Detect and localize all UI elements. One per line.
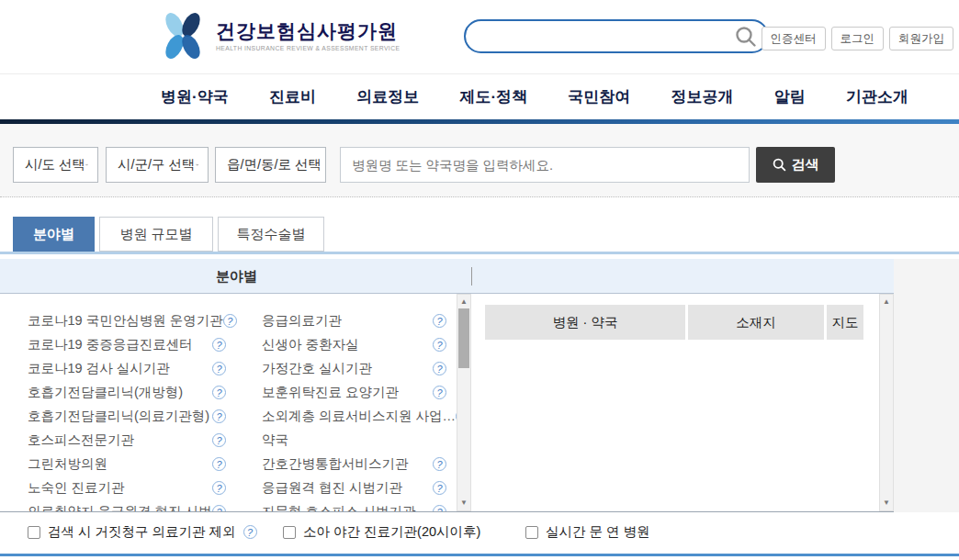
- search-icon: [773, 158, 786, 172]
- category-item[interactable]: 호스피스전문기관 ?: [28, 428, 226, 452]
- help-icon[interactable]: ?: [212, 433, 226, 447]
- col-location: 소재지: [688, 305, 824, 340]
- checkbox[interactable]: [283, 526, 296, 539]
- category-item[interactable]: 소외계층 의료서비스지원 사업… ?: [262, 404, 446, 428]
- panel-divider: [471, 267, 472, 286]
- checkbox[interactable]: [28, 526, 40, 539]
- sigungu-select[interactable]: 시/군/구 선택: [106, 147, 209, 183]
- main-nav: 병원·약국 진료비 의료정보 제도·정책 국민참여 정보공개 알림 기관소개: [0, 74, 959, 119]
- nav-public-participation[interactable]: 국민참여: [568, 86, 630, 107]
- logo-subtitle: HEALTH INSURANCE REVIEW & ASSESSMENT SER…: [216, 45, 400, 51]
- category-item[interactable]: 응급원격 협진 시범기관 ?: [262, 476, 446, 499]
- sido-select-value: 시/도 선택: [25, 156, 85, 174]
- tab-underline: [0, 252, 959, 254]
- nav-info-disclosure[interactable]: 정보공개: [671, 86, 734, 107]
- help-icon[interactable]: ?: [223, 314, 237, 328]
- nav-hospital-pharmacy[interactable]: 병원·약국: [161, 86, 229, 107]
- panel-header-band: 분야별: [0, 259, 894, 294]
- nav-medical-fees[interactable]: 진료비: [269, 86, 316, 107]
- results-table-header: 병원 · 약국 소재지 지도: [485, 305, 863, 340]
- category-item[interactable]: 자문형 호스피스 시범기관 ?: [262, 499, 446, 512]
- global-search: [464, 19, 769, 53]
- results-scrollbar[interactable]: ▲ ▼: [879, 294, 894, 511]
- category-column-2: 응급의료기관 ? 신생아 중환자실 ? 가정간호 실시기관 ? 보훈위탁진료 요…: [262, 308, 446, 512]
- tab-by-hospital-size[interactable]: 병원 규모별: [99, 217, 213, 252]
- category-item[interactable]: 노숙인 진료기관 ?: [28, 476, 226, 499]
- scroll-up-icon[interactable]: ▲: [880, 296, 893, 308]
- checkbox[interactable]: [525, 526, 538, 539]
- header: 건강보험심사평가원 HEALTH INSURANCE REVIEW & ASSE…: [0, 0, 959, 74]
- help-icon[interactable]: ?: [212, 362, 226, 375]
- tab-label: 특정수술별: [237, 226, 306, 243]
- help-icon[interactable]: ?: [212, 457, 226, 471]
- signup-button[interactable]: 회원가입: [889, 27, 953, 50]
- tab-by-field[interactable]: 분야별: [13, 217, 95, 252]
- nav-medical-info[interactable]: 의료정보: [356, 86, 419, 107]
- category-item[interactable]: 호흡기전담클리닉(개방형) ?: [28, 380, 226, 404]
- category-item[interactable]: 보훈위탁진료 요양기관 ?: [262, 380, 446, 404]
- category-item[interactable]: 신생아 중환자실 ?: [262, 332, 446, 356]
- help-icon[interactable]: ?: [433, 505, 446, 513]
- help-icon[interactable]: ?: [212, 338, 226, 352]
- help-icon[interactable]: ?: [433, 362, 446, 375]
- search-filter-bar: 시/도 선택 시/군/구 선택 읍/면/동/로 선택 검색: [0, 124, 959, 197]
- chevron-down-icon: [85, 162, 88, 168]
- category-item[interactable]: 코로나19 검사 실시기관 ?: [28, 356, 226, 380]
- help-icon[interactable]: ?: [433, 338, 446, 352]
- category-item[interactable]: 코로나19 국민안심병원 운영기관 ?: [28, 308, 226, 332]
- panel-body: 코로나19 국민안심병원 운영기관 ? 코로나19 중증응급진료센터 ? 코로나…: [0, 294, 894, 512]
- category-item[interactable]: 호흡기전담클리닉(의료기관형) ?: [28, 404, 226, 428]
- scroll-down-icon[interactable]: ▼: [457, 497, 470, 510]
- option-pediatric-night-care[interactable]: 소아 야간 진료기관(20시이후): [283, 523, 480, 541]
- sido-select[interactable]: 시/도 선택: [13, 147, 98, 183]
- footer-divider: [0, 554, 959, 556]
- search-mode-tabs: 분야별 병원 규모별 특정수술별: [13, 217, 324, 252]
- utility-links: 인증센터 로그인 회원가입: [762, 27, 954, 50]
- help-icon[interactable]: ?: [433, 314, 446, 328]
- hira-hospital-search-page: 건강보험심사평가원 HEALTH INSURANCE REVIEW & ASSE…: [0, 0, 959, 560]
- help-icon[interactable]: ?: [243, 525, 257, 539]
- panel-title: 분야별: [0, 259, 473, 293]
- help-icon[interactable]: ?: [433, 457, 446, 471]
- nav-about[interactable]: 기관소개: [846, 86, 908, 107]
- help-icon[interactable]: ?: [212, 386, 226, 399]
- right-gutter: [894, 259, 959, 512]
- scrollbar-thumb[interactable]: [458, 308, 469, 368]
- global-search-input[interactable]: [480, 23, 723, 51]
- scroll-up-icon[interactable]: ▲: [457, 296, 470, 308]
- help-icon[interactable]: ?: [212, 481, 226, 495]
- logo-text: 건강보험심사평가원 HEALTH INSURANCE REVIEW & ASSE…: [216, 20, 400, 51]
- help-icon[interactable]: ?: [212, 505, 226, 513]
- category-list-scrollbar[interactable]: ▲ ▼: [457, 294, 471, 511]
- dong-select-value: 읍/면/동/로 선택: [227, 156, 322, 174]
- search-icon[interactable]: [734, 25, 758, 49]
- option-exclude-false-claims[interactable]: 검색 시 거짓청구 의료기관 제외 ?: [28, 523, 257, 541]
- category-item[interactable]: 그린처방의원 ?: [28, 452, 226, 476]
- help-icon[interactable]: ?: [433, 481, 446, 495]
- help-icon[interactable]: ?: [433, 386, 446, 399]
- cert-center-button[interactable]: 인증센터: [762, 27, 826, 50]
- nav-policy[interactable]: 제도·정책: [459, 86, 527, 107]
- col-hospital-pharmacy: 병원 · 약국: [485, 305, 685, 340]
- category-item[interactable]: 의료취약지 응급원격 협진 시범 ?: [28, 499, 226, 512]
- category-item[interactable]: 가정간호 실시기관 ?: [262, 356, 446, 380]
- help-icon[interactable]: ?: [212, 409, 226, 423]
- search-button[interactable]: 검색: [756, 147, 835, 183]
- login-button[interactable]: 로그인: [831, 27, 885, 50]
- tab-by-surgery[interactable]: 특정수술별: [218, 217, 324, 252]
- nav-notice[interactable]: 알림: [774, 86, 806, 107]
- category-item[interactable]: 간호간병통합서비스기관 ?: [262, 452, 446, 476]
- chevron-down-icon: [196, 162, 198, 168]
- category-item[interactable]: 약국: [262, 428, 446, 452]
- keyword-input[interactable]: [340, 147, 750, 183]
- tab-label: 병원 규모별: [119, 226, 192, 243]
- category-item[interactable]: 코로나19 중증응급진료센터 ?: [28, 332, 226, 356]
- hira-butterfly-icon: [161, 11, 207, 61]
- scroll-down-icon[interactable]: ▼: [880, 497, 893, 510]
- category-item[interactable]: 응급의료기관 ?: [262, 308, 446, 332]
- sigungu-select-value: 시/군/구 선택: [118, 156, 196, 174]
- option-open-now[interactable]: 실시간 문 연 병원: [525, 523, 650, 541]
- hira-logo[interactable]: 건강보험심사평가원 HEALTH INSURANCE REVIEW & ASSE…: [161, 11, 400, 61]
- dong-select[interactable]: 읍/면/동/로 선택: [215, 147, 326, 183]
- search-button-label: 검색: [792, 156, 819, 174]
